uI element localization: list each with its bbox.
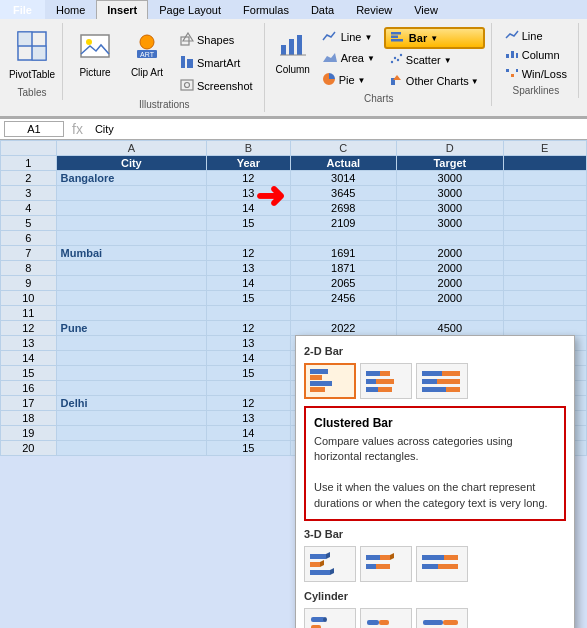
cell-20-1[interactable]: 15 — [207, 441, 290, 456]
tab-page-layout[interactable]: Page Layout — [148, 0, 232, 19]
cell-7-4[interactable] — [503, 246, 586, 261]
cell-18-1[interactable]: 13 — [207, 411, 290, 426]
cell-7-0[interactable]: Mumbai — [56, 246, 207, 261]
cell-5-1[interactable]: 15 — [207, 216, 290, 231]
cell-19-0[interactable] — [56, 426, 207, 441]
smartart-button[interactable]: SmartArt — [175, 52, 258, 74]
pivot-table-button[interactable]: PivotTable — [8, 25, 56, 85]
cell-reference-box[interactable] — [4, 121, 64, 137]
cell-9-0[interactable] — [56, 276, 207, 291]
cell-14-0[interactable] — [56, 351, 207, 366]
tab-file[interactable]: File — [0, 0, 45, 19]
cell-11-4[interactable] — [503, 306, 586, 321]
cell-4-0[interactable] — [56, 201, 207, 216]
cell-10-1[interactable]: 15 — [207, 291, 290, 306]
cell-12-3[interactable]: 4500 — [397, 321, 504, 336]
sparkline-line-button[interactable]: Line — [500, 27, 572, 45]
cylinder-100-icon[interactable] — [416, 608, 468, 628]
cell-1-4[interactable] — [503, 156, 586, 171]
3d-100percent-bar-icon[interactable] — [416, 546, 468, 582]
shapes-button[interactable]: Shapes — [175, 29, 258, 51]
cell-5-2[interactable]: 2109 — [290, 216, 397, 231]
column-chart-button[interactable]: Column — [273, 25, 313, 80]
bar-chart-button[interactable]: Bar ▼ — [384, 27, 485, 49]
cell-5-4[interactable] — [503, 216, 586, 231]
cell-3-3[interactable]: 3000 — [397, 186, 504, 201]
cell-5-0[interactable] — [56, 216, 207, 231]
cell-7-1[interactable]: 12 — [207, 246, 290, 261]
cell-10-4[interactable] — [503, 291, 586, 306]
cell-4-4[interactable] — [503, 201, 586, 216]
cell-4-2[interactable]: 2698 — [290, 201, 397, 216]
tab-view[interactable]: View — [403, 0, 449, 19]
cell-17-1[interactable]: 12 — [207, 396, 290, 411]
cell-8-0[interactable] — [56, 261, 207, 276]
cell-11-0[interactable] — [56, 306, 207, 321]
stacked-bar-icon[interactable] — [360, 363, 412, 399]
cell-4-3[interactable]: 3000 — [397, 201, 504, 216]
cell-12-1[interactable]: 12 — [207, 321, 290, 336]
cell-7-2[interactable]: 1691 — [290, 246, 397, 261]
cell-18-0[interactable] — [56, 411, 207, 426]
cell-10-2[interactable]: 2456 — [290, 291, 397, 306]
screenshot-button[interactable]: Screenshot — [175, 75, 258, 97]
cell-15-1[interactable]: 15 — [207, 366, 290, 381]
cylinder-clustered-icon[interactable] — [304, 608, 356, 628]
cell-3-0[interactable] — [56, 186, 207, 201]
cell-6-1[interactable] — [207, 231, 290, 246]
cell-2-3[interactable]: 3000 — [397, 171, 504, 186]
sparkline-winloss-button[interactable]: Win/Loss — [500, 65, 572, 83]
cell-8-4[interactable] — [503, 261, 586, 276]
pie-chart-button[interactable]: Pie ▼ — [317, 69, 380, 91]
col-header-b[interactable]: B — [207, 141, 290, 156]
cell-9-1[interactable]: 14 — [207, 276, 290, 291]
cell-9-4[interactable] — [503, 276, 586, 291]
cell-16-1[interactable] — [207, 381, 290, 396]
area-chart-button[interactable]: Area ▼ — [317, 48, 380, 68]
cell-1-3[interactable]: Target — [397, 156, 504, 171]
cell-6-0[interactable] — [56, 231, 207, 246]
cell-3-2[interactable]: 3645 — [290, 186, 397, 201]
cell-6-4[interactable] — [503, 231, 586, 246]
cell-16-0[interactable] — [56, 381, 207, 396]
tab-home[interactable]: Home — [45, 0, 96, 19]
line-chart-button[interactable]: Line ▼ — [317, 27, 380, 47]
cell-19-1[interactable]: 14 — [207, 426, 290, 441]
cell-2-0[interactable]: Bangalore — [56, 171, 207, 186]
col-header-a[interactable]: A — [56, 141, 207, 156]
cylinder-stacked-icon[interactable] — [360, 608, 412, 628]
cell-9-3[interactable]: 2000 — [397, 276, 504, 291]
tab-formulas[interactable]: Formulas — [232, 0, 300, 19]
3d-stacked-bar-icon[interactable] — [360, 546, 412, 582]
cell-11-2[interactable] — [290, 306, 397, 321]
cell-7-3[interactable]: 2000 — [397, 246, 504, 261]
cell-13-0[interactable] — [56, 336, 207, 351]
scatter-chart-button[interactable]: Scatter ▼ — [384, 50, 485, 70]
formula-input[interactable] — [91, 122, 583, 136]
cell-8-3[interactable]: 2000 — [397, 261, 504, 276]
tab-insert[interactable]: Insert — [96, 0, 148, 19]
cell-8-2[interactable]: 1871 — [290, 261, 397, 276]
cell-14-1[interactable]: 14 — [207, 351, 290, 366]
tab-data[interactable]: Data — [300, 0, 345, 19]
sparkline-column-button[interactable]: Column — [500, 46, 572, 64]
clustered-bar-icon[interactable] — [304, 363, 356, 399]
cell-2-4[interactable] — [503, 171, 586, 186]
picture-button[interactable]: Picture — [71, 25, 119, 85]
cell-12-4[interactable] — [503, 321, 586, 336]
clip-art-button[interactable]: ART Clip Art — [123, 25, 171, 85]
col-header-e[interactable]: E — [503, 141, 586, 156]
cell-12-2[interactable]: 2022 — [290, 321, 397, 336]
cell-1-1[interactable]: Year — [207, 156, 290, 171]
cell-9-2[interactable]: 2065 — [290, 276, 397, 291]
cell-10-3[interactable]: 2000 — [397, 291, 504, 306]
cell-12-0[interactable]: Pune — [56, 321, 207, 336]
cell-1-2[interactable]: Actual — [290, 156, 397, 171]
cell-6-3[interactable] — [397, 231, 504, 246]
cell-15-0[interactable] — [56, 366, 207, 381]
other-charts-button[interactable]: Other Charts ▼ — [384, 71, 485, 91]
cell-17-0[interactable]: Delhi — [56, 396, 207, 411]
col-header-d[interactable]: D — [397, 141, 504, 156]
cell-3-4[interactable] — [503, 186, 586, 201]
cell-13-1[interactable]: 13 — [207, 336, 290, 351]
